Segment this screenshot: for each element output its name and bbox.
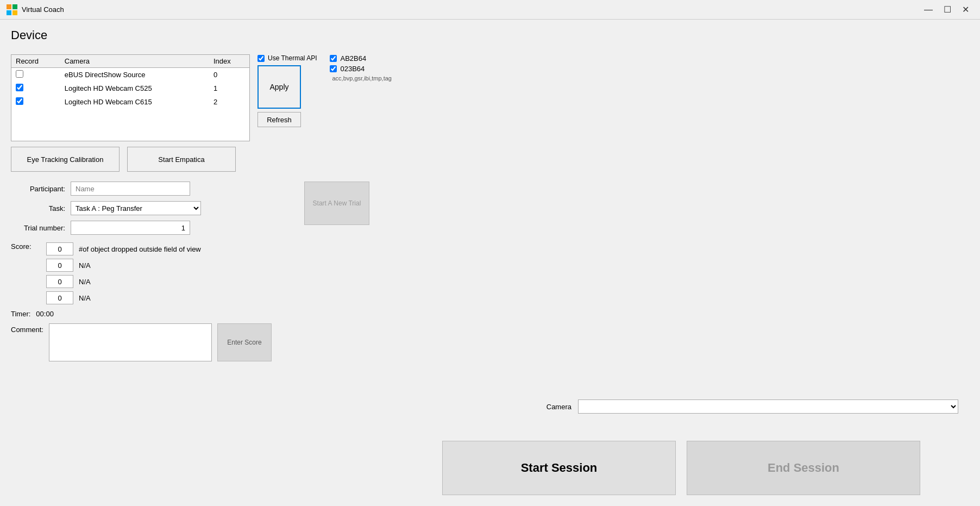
- score-section: Score: #of object dropped outside field …: [11, 242, 272, 304]
- app-title: Virtual Coach: [22, 5, 64, 14]
- camera-name-2: Logitech HD Webcam C615: [60, 95, 209, 109]
- use-thermal-label: Use Thermal API: [268, 54, 317, 62]
- trial-number-input[interactable]: [71, 221, 190, 235]
- score-rows: #of object dropped outside field of view…: [46, 242, 201, 304]
- timer-label: Timer:: [11, 310, 30, 318]
- score-desc-3: N/A: [79, 294, 91, 302]
- score-row: #of object dropped outside field of view: [46, 242, 201, 255]
- empatica-device1-label: AB2B64: [340, 54, 366, 63]
- device-right: Use Thermal API Apply Refresh: [257, 54, 317, 127]
- camera-table: Record Camera Index eBUS DirectShow Sour…: [11, 55, 249, 109]
- comment-label: Comment:: [11, 323, 43, 334]
- enter-score-button[interactable]: Enter Score: [217, 323, 272, 361]
- trial-row: Trial number:: [11, 221, 272, 235]
- empatica-col: AB2B64 023B64 acc,bvp,gsr,ibi,tmp,tag: [330, 54, 391, 82]
- device-top: Record Camera Index eBUS DirectShow Sour…: [11, 54, 969, 141]
- score-input-1[interactable]: [46, 259, 73, 272]
- svg-rect-1: [12, 4, 17, 9]
- bottom-buttons: Start Session End Session: [442, 441, 920, 495]
- empatica-device1-row: AB2B64: [330, 54, 391, 63]
- col-header-index: Index: [209, 55, 249, 68]
- score-row: N/A: [46, 275, 201, 288]
- col-header-camera: Camera: [60, 55, 209, 68]
- eye-tracking-calibration-button[interactable]: Eye Tracking Calibration: [11, 147, 120, 172]
- title-bar-left: Virtual Coach: [7, 4, 64, 15]
- camera-index-1: 1: [209, 82, 249, 95]
- score-desc-1: N/A: [79, 261, 91, 270]
- trial-label: Trial number:: [11, 224, 65, 232]
- camera-name-0: eBUS DirectShow Source: [60, 68, 209, 82]
- score-row: N/A: [46, 259, 201, 272]
- svg-rect-3: [12, 10, 17, 15]
- camera-table-row: Logitech HD Webcam C615 2: [11, 95, 249, 109]
- comment-row: Comment: Enter Score: [11, 323, 272, 361]
- score-input-3[interactable]: [46, 291, 73, 304]
- empatica-tags: acc,bvp,gsr,ibi,tmp,tag: [332, 75, 391, 82]
- camera-row: Camera: [546, 399, 958, 414]
- device-title: Device: [11, 28, 969, 42]
- svg-rect-2: [7, 10, 11, 15]
- participant-label: Participant:: [11, 185, 65, 193]
- start-empatica-button[interactable]: Start Empatica: [127, 147, 236, 172]
- camera-table-row: eBUS DirectShow Source 0: [11, 68, 249, 82]
- camera-table-row: Logitech HD Webcam C525 1: [11, 82, 249, 95]
- title-bar-controls: — ☐ ✕: [920, 3, 973, 16]
- start-trial-col: Start A New Trial: [293, 182, 369, 225]
- score-input-2[interactable]: [46, 275, 73, 288]
- device-buttons: Eye Tracking Calibration Start Empatica: [11, 147, 969, 172]
- use-thermal-row: Use Thermal API: [257, 54, 317, 62]
- start-session-button[interactable]: Start Session: [442, 441, 676, 495]
- title-bar: Virtual Coach — ☐ ✕: [0, 0, 980, 20]
- camera-table-container: Record Camera Index eBUS DirectShow Sour…: [11, 54, 250, 141]
- record-checkbox-0[interactable]: [16, 70, 23, 78]
- record-checkbox-1[interactable]: [16, 84, 23, 91]
- minimize-button[interactable]: —: [920, 3, 937, 16]
- empatica-device2-row: 023B64: [330, 65, 391, 73]
- score-desc-2: N/A: [79, 278, 91, 286]
- participant-row: Participant:: [11, 182, 272, 196]
- camera-name-1: Logitech HD Webcam C525: [60, 82, 209, 95]
- refresh-button[interactable]: Refresh: [257, 112, 301, 127]
- comment-textarea[interactable]: [49, 323, 212, 361]
- record-checkbox-2[interactable]: [16, 97, 23, 105]
- end-session-button[interactable]: End Session: [687, 441, 920, 495]
- empatica-device2-label: 023B64: [340, 65, 365, 73]
- maximize-button[interactable]: ☐: [939, 3, 956, 16]
- app-icon: [7, 4, 17, 15]
- task-select[interactable]: Task A : Peg Transfer Task B Task C: [71, 201, 201, 215]
- svg-rect-0: [7, 4, 11, 9]
- start-new-trial-button[interactable]: Start A New Trial: [304, 182, 369, 225]
- score-desc-0: #of object dropped outside field of view: [79, 245, 201, 253]
- task-row: Task: Task A : Peg Transfer Task B Task …: [11, 201, 272, 215]
- score-label: Score:: [11, 242, 41, 251]
- apply-button[interactable]: Apply: [257, 65, 301, 109]
- main-content: Device Record Camera Index eBUS DirectSh…: [0, 20, 980, 506]
- empatica-device2-checkbox[interactable]: [330, 65, 337, 72]
- close-button[interactable]: ✕: [958, 3, 973, 16]
- left-form: Participant: Task: Task A : Peg Transfer…: [11, 182, 272, 361]
- camera-index-0: 0: [209, 68, 249, 82]
- camera-label: Camera: [546, 403, 571, 411]
- task-label: Task:: [11, 204, 65, 213]
- camera-select[interactable]: [578, 399, 958, 414]
- score-row: N/A: [46, 291, 201, 304]
- score-input-0[interactable]: [46, 242, 73, 255]
- empatica-device1-checkbox[interactable]: [330, 55, 337, 62]
- timer-row: Timer: 00:00: [11, 310, 272, 318]
- device-section: Device Record Camera Index eBUS DirectSh…: [11, 28, 969, 172]
- camera-index-2: 2: [209, 95, 249, 109]
- timer-value: 00:00: [36, 310, 54, 318]
- participant-input[interactable]: [71, 182, 190, 196]
- col-header-record: Record: [11, 55, 60, 68]
- use-thermal-checkbox[interactable]: [257, 55, 265, 62]
